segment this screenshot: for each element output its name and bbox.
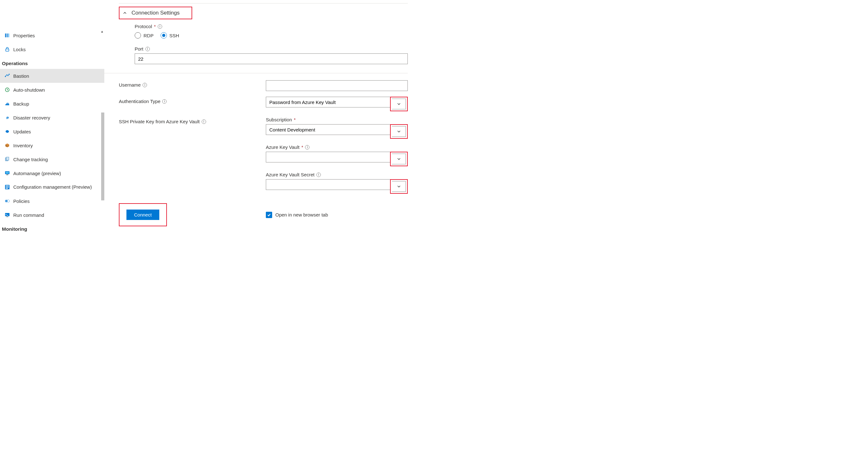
svg-rect-18	[5, 213, 9, 216]
sidebar-item-label: Locks	[13, 47, 26, 52]
ssh-key-label: SSH Private Key from Azure Key Vault i	[119, 117, 266, 124]
auth-type-label: Authentication Type i	[119, 97, 266, 104]
section-title: Connection Settings	[131, 10, 180, 16]
chevron-down-icon[interactable]	[392, 99, 406, 109]
svg-rect-8	[6, 157, 9, 160]
highlight-box	[390, 152, 408, 166]
info-icon[interactable]: i	[305, 145, 309, 150]
sidebar-item-change-tracking[interactable]: Change tracking	[0, 152, 104, 166]
svg-rect-3	[6, 49, 9, 51]
monitor-icon	[3, 171, 11, 176]
info-icon[interactable]: i	[162, 99, 166, 104]
username-input[interactable]	[266, 80, 408, 91]
terminal-icon	[3, 213, 11, 218]
akv-value[interactable]	[266, 152, 390, 162]
required-asterisk: *	[154, 24, 156, 29]
auth-type-select[interactable]	[266, 97, 408, 111]
akv-select[interactable]	[266, 152, 408, 166]
cloud-sync-icon	[3, 115, 11, 120]
port-label: Port i	[135, 46, 408, 52]
svg-point-5	[9, 74, 9, 74]
protocol-radio-ssh[interactable]: SSH	[161, 32, 179, 38]
sidebar-item-label: Change tracking	[13, 157, 48, 162]
sidebar-item-label: Automanage (preview)	[13, 171, 61, 176]
sidebar-item-policies[interactable]: Policies	[0, 194, 104, 208]
checkbox-checked-icon	[266, 212, 272, 218]
chevron-down-icon[interactable]	[392, 126, 406, 137]
clock-icon	[3, 87, 11, 92]
svg-rect-13	[6, 186, 9, 186]
svg-point-4	[5, 76, 6, 77]
required-asterisk: *	[294, 117, 296, 122]
subscription-select[interactable]	[266, 124, 408, 139]
radio-label: RDP	[144, 33, 154, 38]
sidebar-item-config-management[interactable]: Configuration management (Preview)	[0, 180, 104, 194]
svg-rect-2	[8, 33, 9, 37]
svg-rect-10	[6, 172, 9, 173]
sidebar-heading-monitoring: Monitoring	[0, 222, 104, 234]
subscription-label: Subscription *	[266, 117, 408, 122]
info-icon[interactable]: i	[202, 120, 206, 124]
highlight-box	[390, 97, 408, 111]
properties-icon	[3, 33, 11, 38]
info-icon[interactable]: i	[158, 24, 162, 29]
info-icon[interactable]: i	[146, 47, 150, 51]
scrollbar-thumb[interactable]	[101, 112, 104, 200]
scroll-up-icon[interactable]: ▲	[100, 30, 104, 33]
akvs-value[interactable]	[266, 179, 390, 190]
sidebar-item-label: Backup	[13, 101, 29, 106]
box-icon	[3, 143, 11, 148]
sidebar-item-label: Policies	[13, 198, 30, 204]
connection-settings-header[interactable]: Connection Settings	[120, 8, 182, 18]
documents-icon	[3, 157, 11, 162]
highlight-box	[390, 124, 408, 139]
sidebar-item-updates[interactable]: Updates	[0, 125, 104, 138]
sidebar-item-inventory[interactable]: Inventory	[0, 138, 104, 152]
highlight-box: Connect	[119, 203, 167, 226]
backup-icon	[3, 101, 11, 106]
main-panel: Connection Settings Protocol * i RDP SSH…	[104, 0, 421, 234]
svg-rect-1	[7, 33, 8, 37]
info-icon[interactable]: i	[143, 83, 147, 87]
akv-label: Azure Key Vault * i	[266, 144, 408, 150]
highlight-box	[390, 179, 408, 194]
sidebar-item-label: Inventory	[13, 143, 33, 148]
radio-label: SSH	[169, 33, 179, 38]
akvs-select[interactable]	[266, 179, 408, 194]
info-icon[interactable]: i	[316, 172, 321, 177]
sidebar-item-backup[interactable]: Backup	[0, 97, 104, 110]
gear-icon	[3, 129, 11, 134]
checkbox-label: Open in new browser tab	[275, 212, 328, 218]
chevron-down-icon[interactable]	[392, 181, 406, 192]
sidebar-item-auto-shutdown[interactable]: Auto-shutdown	[0, 83, 104, 97]
highlight-box: Connection Settings	[119, 7, 192, 19]
connect-button[interactable]: Connect	[126, 210, 159, 220]
protocol-label: Protocol * i	[135, 24, 408, 29]
sidebar-item-label: Updates	[13, 129, 31, 134]
akvs-label: Azure Key Vault Secret i	[266, 172, 408, 177]
protocol-radio-rdp[interactable]: RDP	[135, 32, 154, 38]
sidebar-item-run-command[interactable]: Run command	[0, 208, 104, 222]
sidebar-item-label: Run command	[13, 213, 44, 218]
divider	[104, 73, 408, 73]
subscription-value[interactable]	[266, 124, 390, 135]
svg-rect-19	[6, 217, 8, 217]
sidebar-item-bastion[interactable]: Bastion	[0, 69, 104, 83]
port-input[interactable]	[135, 54, 408, 64]
sidebar-item-automanage[interactable]: Automanage (preview)	[0, 166, 104, 180]
sidebar: ▲ Properties Locks Operations Bastion Au…	[0, 0, 104, 234]
sidebar-item-disaster-recovery[interactable]: Disaster recovery	[0, 110, 104, 125]
sidebar-item-label: Bastion	[13, 73, 29, 79]
auth-type-value[interactable]	[266, 97, 390, 107]
username-label: Username i	[119, 80, 266, 88]
new-tab-checkbox[interactable]: Open in new browser tab	[266, 212, 408, 218]
required-asterisk: *	[301, 144, 303, 150]
svg-rect-15	[6, 188, 8, 189]
sidebar-item-label: Disaster recovery	[13, 115, 50, 121]
list-icon	[3, 185, 11, 190]
chevron-down-icon[interactable]	[392, 154, 406, 164]
sidebar-item-label: Auto-shutdown	[13, 87, 45, 93]
sidebar-item-properties[interactable]: Properties	[0, 28, 104, 42]
sidebar-item-locks[interactable]: Locks	[0, 42, 104, 56]
lock-icon	[3, 47, 11, 52]
